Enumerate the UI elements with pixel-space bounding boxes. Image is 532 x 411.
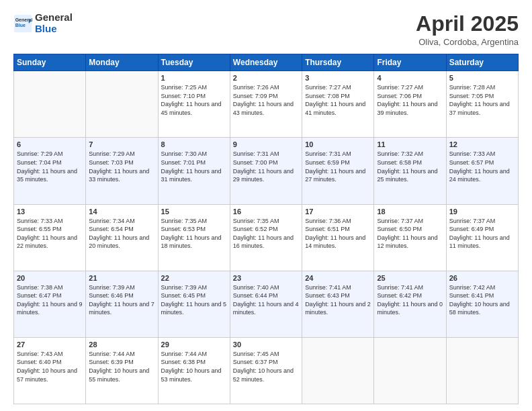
calendar-day-cell: 1Sunrise: 7:25 AMSunset: 7:10 PMDaylight… [158,71,230,138]
calendar-day-cell [374,337,446,404]
day-info: Sunrise: 7:29 AMSunset: 7:04 PMDaylight:… [17,150,83,183]
calendar-day-cell: 11Sunrise: 7:32 AMSunset: 6:58 PMDayligh… [374,138,446,204]
calendar-day-cell: 2Sunrise: 7:26 AMSunset: 7:09 PMDaylight… [230,71,302,138]
calendar-day-cell: 28Sunrise: 7:44 AMSunset: 6:39 PMDayligh… [86,337,158,404]
day-info: Sunrise: 7:35 AMSunset: 6:53 PMDaylight:… [161,217,227,250]
day-number: 26 [449,274,515,282]
calendar-day-cell: 8Sunrise: 7:30 AMSunset: 7:01 PMDaylight… [158,138,230,204]
calendar-day-cell: 24Sunrise: 7:41 AMSunset: 6:43 PMDayligh… [302,271,374,337]
calendar-day-cell: 17Sunrise: 7:36 AMSunset: 6:51 PMDayligh… [302,204,374,271]
calendar-day-cell [14,71,86,138]
day-number: 2 [233,74,299,82]
calendar-day-cell: 14Sunrise: 7:34 AMSunset: 6:54 PMDayligh… [86,204,158,271]
calendar-day-cell: 12Sunrise: 7:33 AMSunset: 6:57 PMDayligh… [446,138,518,204]
day-info: Sunrise: 7:28 AMSunset: 7:05 PMDaylight:… [449,83,515,117]
day-number: 21 [89,274,154,282]
page: General Blue General Blue April 2025 Oli… [0,0,532,411]
calendar-week-row: 1Sunrise: 7:25 AMSunset: 7:10 PMDaylight… [14,71,519,138]
day-number: 6 [17,140,83,148]
day-info: Sunrise: 7:27 AMSunset: 7:08 PMDaylight:… [305,83,371,117]
day-info: Sunrise: 7:31 AMSunset: 7:00 PMDaylight:… [233,150,299,183]
logo-general-text: General [35,11,73,23]
calendar-week-row: 13Sunrise: 7:33 AMSunset: 6:55 PMDayligh… [14,204,519,271]
day-number: 27 [17,340,83,349]
calendar-day-cell: 9Sunrise: 7:31 AMSunset: 7:00 PMDaylight… [230,138,302,204]
calendar-day-cell: 19Sunrise: 7:37 AMSunset: 6:49 PMDayligh… [446,204,518,271]
calendar-week-row: 20Sunrise: 7:38 AMSunset: 6:47 PMDayligh… [14,271,519,337]
day-number: 8 [161,140,227,148]
day-info: Sunrise: 7:44 AMSunset: 6:39 PMDaylight:… [89,350,154,383]
day-info: Sunrise: 7:35 AMSunset: 6:52 PMDaylight:… [233,217,299,250]
day-number: 30 [233,340,299,349]
calendar-day-header: Monday [86,54,158,71]
day-number: 13 [17,208,83,216]
day-info: Sunrise: 7:36 AMSunset: 6:51 PMDaylight:… [305,217,371,250]
day-number: 9 [233,140,299,148]
calendar-week-row: 6Sunrise: 7:29 AMSunset: 7:04 PMDaylight… [14,138,519,204]
day-info: Sunrise: 7:30 AMSunset: 7:01 PMDaylight:… [161,150,227,183]
calendar-day-header: Tuesday [158,54,230,71]
day-number: 4 [377,74,443,82]
calendar-day-header: Friday [374,54,446,71]
calendar-week-row: 27Sunrise: 7:43 AMSunset: 6:40 PMDayligh… [14,337,519,404]
day-info: Sunrise: 7:45 AMSunset: 6:37 PMDaylight:… [233,350,299,383]
day-info: Sunrise: 7:29 AMSunset: 7:03 PMDaylight:… [89,150,154,183]
calendar-day-cell: 6Sunrise: 7:29 AMSunset: 7:04 PMDaylight… [14,138,86,204]
day-info: Sunrise: 7:25 AMSunset: 7:10 PMDaylight:… [161,83,227,117]
day-info: Sunrise: 7:41 AMSunset: 6:43 PMDaylight:… [305,283,371,317]
day-info: Sunrise: 7:31 AMSunset: 6:59 PMDaylight:… [305,150,371,183]
calendar-day-cell: 10Sunrise: 7:31 AMSunset: 6:59 PMDayligh… [302,138,374,204]
calendar-day-cell: 5Sunrise: 7:28 AMSunset: 7:05 PMDaylight… [446,71,518,138]
calendar-day-cell: 16Sunrise: 7:35 AMSunset: 6:52 PMDayligh… [230,204,302,271]
day-number: 15 [161,208,227,216]
location: Oliva, Cordoba, Argentina [416,37,519,47]
calendar-day-cell: 20Sunrise: 7:38 AMSunset: 6:47 PMDayligh… [14,271,86,337]
day-info: Sunrise: 7:26 AMSunset: 7:09 PMDaylight:… [233,83,299,117]
logo-icon: General Blue [13,14,32,33]
day-info: Sunrise: 7:42 AMSunset: 6:41 PMDaylight:… [449,283,515,317]
day-number: 12 [449,140,515,148]
calendar-day-header: Wednesday [230,54,302,71]
day-info: Sunrise: 7:34 AMSunset: 6:54 PMDaylight:… [89,217,154,250]
day-number: 22 [161,274,227,282]
day-info: Sunrise: 7:27 AMSunset: 7:06 PMDaylight:… [377,83,443,117]
logo-blue-text: Blue [35,23,57,34]
logo: General Blue General Blue [13,12,73,34]
day-info: Sunrise: 7:41 AMSunset: 6:42 PMDaylight:… [377,283,443,317]
calendar-day-header: Saturday [446,54,518,71]
day-info: Sunrise: 7:40 AMSunset: 6:44 PMDaylight:… [233,283,299,317]
month-title: April 2025 [416,12,519,36]
day-number: 20 [17,274,83,282]
day-number: 11 [377,140,443,148]
day-info: Sunrise: 7:32 AMSunset: 6:58 PMDaylight:… [377,150,443,183]
calendar-day-cell: 27Sunrise: 7:43 AMSunset: 6:40 PMDayligh… [14,337,86,404]
svg-text:Blue: Blue [15,23,26,28]
day-info: Sunrise: 7:37 AMSunset: 6:49 PMDaylight:… [449,217,515,250]
title-area: April 2025 Oliva, Cordoba, Argentina [416,12,519,47]
day-info: Sunrise: 7:43 AMSunset: 6:40 PMDaylight:… [17,350,83,383]
calendar-day-cell [302,337,374,404]
calendar-day-cell: 7Sunrise: 7:29 AMSunset: 7:03 PMDaylight… [86,138,158,204]
calendar-day-header: Sunday [14,54,86,71]
day-info: Sunrise: 7:33 AMSunset: 6:57 PMDaylight:… [449,150,515,183]
day-number: 19 [449,208,515,216]
header: General Blue General Blue April 2025 Oli… [13,12,519,47]
calendar-day-cell: 13Sunrise: 7:33 AMSunset: 6:55 PMDayligh… [14,204,86,271]
calendar-day-cell: 3Sunrise: 7:27 AMSunset: 7:08 PMDaylight… [302,71,374,138]
day-number: 25 [377,274,443,282]
day-info: Sunrise: 7:39 AMSunset: 6:46 PMDaylight:… [89,283,154,317]
calendar-header-row: SundayMondayTuesdayWednesdayThursdayFrid… [14,54,519,71]
calendar-day-cell: 15Sunrise: 7:35 AMSunset: 6:53 PMDayligh… [158,204,230,271]
day-number: 23 [233,274,299,282]
calendar-day-cell: 30Sunrise: 7:45 AMSunset: 6:37 PMDayligh… [230,337,302,404]
day-number: 16 [233,208,299,216]
calendar-day-header: Thursday [302,54,374,71]
day-number: 29 [161,340,227,349]
day-number: 7 [89,140,154,148]
calendar-day-cell [446,337,518,404]
day-number: 28 [89,340,154,349]
calendar-day-cell: 21Sunrise: 7:39 AMSunset: 6:46 PMDayligh… [86,271,158,337]
day-number: 3 [305,74,371,82]
day-number: 1 [161,74,227,82]
day-number: 24 [305,274,371,282]
